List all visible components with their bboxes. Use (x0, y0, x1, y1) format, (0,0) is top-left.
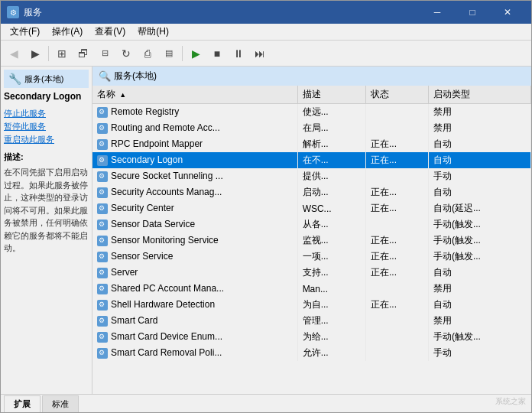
pause-button[interactable]: ⏸ (229, 44, 248, 63)
title-bar: ⚙ 服务 ─ □ ✕ (1, 1, 531, 24)
service-icon (97, 220, 108, 230)
table-row[interactable]: Server支持...正在...自动 (92, 265, 531, 281)
cell-startup: 禁用 (428, 313, 530, 329)
table-header-row: 名称 ▲ 描述 状态 启动类型 (92, 86, 531, 104)
table-row[interactable]: Smart Card Removal Poli...允许...手动 (92, 345, 531, 361)
export-button[interactable]: ⎙ (138, 44, 157, 63)
cell-status (366, 345, 429, 361)
cell-status: 正在... (366, 152, 429, 168)
cell-service-name: Remote Registry (92, 104, 297, 121)
main-area: 🔧 服务(本地) Secondary Logon 停止此服务 暂停此服务 重启动… (1, 67, 531, 394)
table-row[interactable]: Shared PC Account Mana...Man...禁用 (92, 281, 531, 297)
services-icon: 🔧 (8, 73, 21, 85)
search-icon: 🔍 (99, 70, 111, 82)
col-header-startup[interactable]: 启动类型 (428, 86, 530, 104)
main-window: ⚙ 服务 ─ □ ✕ 文件(F) 操作(A) 查看(V) 帮助(H) ◀ ▶ ⊞… (0, 0, 532, 413)
service-icon (97, 171, 108, 182)
service-icon (97, 236, 108, 246)
cell-startup: 禁用 (428, 120, 530, 136)
desc-content: 在不同凭据下启用启动过程。如果此服务被停止，这种类型的登录访问将不可用。如果此服… (4, 166, 89, 255)
table-row[interactable]: Sensor Data Service从各...手动(触发... (92, 216, 531, 233)
menu-file[interactable]: 文件(F) (4, 24, 46, 40)
service-icon (97, 155, 108, 166)
cell-startup: 手动(触发... (428, 216, 530, 233)
toolbar-button-3[interactable]: ⊟ (95, 44, 115, 63)
cell-service-name: Sensor Monitoring Service (92, 233, 297, 249)
cell-desc: 在局... (297, 120, 365, 136)
cell-desc: WSC... (297, 200, 365, 216)
cell-desc: 启动... (297, 184, 365, 200)
table-row[interactable]: Sensor Service一项...正在...手动(触发... (92, 249, 531, 265)
menu-action[interactable]: 操作(A) (46, 24, 89, 40)
window-controls: ─ □ ✕ (420, 1, 525, 24)
maximize-button[interactable]: □ (455, 1, 490, 24)
cell-startup: 禁用 (428, 281, 530, 297)
cell-startup: 自动 (428, 265, 530, 281)
service-icon (97, 316, 108, 327)
table-row[interactable]: Secure Socket Tunneling ...提供...手动 (92, 168, 531, 184)
cell-startup: 自动 (428, 136, 530, 152)
table-row[interactable]: Security CenterWSC...正在...自动(延迟... (92, 200, 531, 216)
stop-button[interactable]: ■ (207, 44, 227, 63)
toolbar-separator-1 (48, 46, 49, 61)
service-icon (97, 203, 108, 214)
service-icon (97, 139, 108, 150)
cell-startup: 自动 (428, 184, 530, 200)
tab-extended[interactable]: 扩展 (4, 395, 41, 412)
stop-service-link[interactable]: 停止此服务 (4, 108, 89, 119)
right-panel-title: 服务(本地) (114, 70, 157, 83)
cell-service-name: RPC Endpoint Mapper (92, 136, 297, 152)
cell-service-name: Sensor Service (92, 249, 297, 265)
restart-service-link[interactable]: 重启动此服务 (4, 134, 89, 145)
table-row[interactable]: Smart Card Device Enum...为给...手动(触发... (92, 329, 531, 345)
restart-button[interactable]: ⏭ (250, 44, 270, 63)
table-row[interactable]: Sensor Monitoring Service监视...正在...手动(触发… (92, 233, 531, 249)
services-table: 名称 ▲ 描述 状态 启动类型 Remote Registry使远...禁用Ro… (92, 86, 531, 361)
play-button[interactable]: ▶ (186, 44, 206, 63)
table-row[interactable]: Security Accounts Manag...启动...正在...自动 (92, 184, 531, 200)
services-table-container[interactable]: 名称 ▲ 描述 状态 启动类型 Remote Registry使远...禁用Ro… (92, 86, 531, 394)
cell-startup: 手动 (428, 168, 530, 184)
cell-service-name: Shell Hardware Detection (92, 297, 297, 313)
service-icon (97, 284, 108, 294)
watermark: 系统之家 (495, 396, 526, 407)
close-button[interactable]: ✕ (490, 1, 525, 24)
menu-help[interactable]: 帮助(H) (131, 24, 175, 40)
minimize-button[interactable]: ─ (420, 1, 455, 24)
cell-service-name: Secondary Logon (92, 152, 297, 168)
forward-button[interactable]: ▶ (25, 44, 45, 63)
cell-service-name: Smart Card Device Enum... (92, 329, 297, 345)
col-header-desc[interactable]: 描述 (297, 86, 365, 104)
new-window-button[interactable]: 🗗 (73, 44, 93, 63)
table-row[interactable]: Shell Hardware Detection为自...正在...自动 (92, 297, 531, 313)
service-icon (97, 187, 108, 198)
show-console-button[interactable]: ⊞ (52, 44, 72, 63)
pause-service-link[interactable]: 暂停此服务 (4, 121, 89, 132)
refresh-button[interactable]: ↻ (116, 44, 136, 63)
cell-status: 正在... (366, 249, 429, 265)
service-icon (97, 252, 108, 262)
cell-service-name: Smart Card Removal Poli... (92, 345, 297, 361)
left-panel-title: 服务(本地) (24, 73, 63, 85)
table-row[interactable]: RPC Endpoint Mapper解析...正在...自动 (92, 136, 531, 152)
right-panel-header: 🔍 服务(本地) (92, 67, 531, 86)
table-row[interactable]: Remote Registry使远...禁用 (92, 104, 531, 121)
cell-startup: 自动 (428, 152, 530, 168)
back-button[interactable]: ◀ (4, 44, 24, 63)
cell-status: 正在... (366, 233, 429, 249)
table-row[interactable]: Smart Card管理...禁用 (92, 313, 531, 329)
cell-desc: 支持... (297, 265, 365, 281)
cell-desc: 管理... (297, 313, 365, 329)
col-header-name[interactable]: 名称 ▲ (92, 86, 297, 104)
table-row[interactable]: Routing and Remote Acc...在局...禁用 (92, 120, 531, 136)
menu-view[interactable]: 查看(V) (89, 24, 131, 40)
table-row[interactable]: Secondary Logon在不...正在...自动 (92, 152, 531, 168)
cell-status (366, 281, 429, 297)
col-header-status[interactable]: 状态 (366, 86, 429, 104)
tab-standard[interactable]: 标准 (42, 395, 79, 412)
properties-button[interactable]: ▤ (159, 44, 179, 63)
cell-startup: 手动(触发... (428, 329, 530, 345)
left-panel-header: 🔧 服务(本地) (4, 70, 89, 88)
cell-service-name: Shared PC Account Mana... (92, 281, 297, 297)
cell-status (366, 104, 429, 121)
